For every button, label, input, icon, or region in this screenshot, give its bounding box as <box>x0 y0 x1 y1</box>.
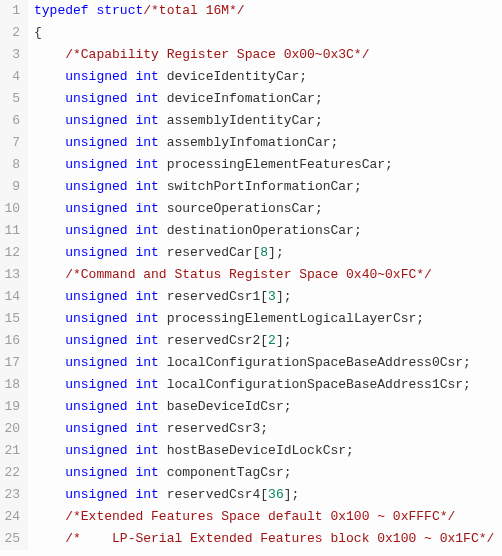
line-content: { <box>28 22 502 44</box>
line-content: unsigned int baseDeviceIdCsr; <box>28 396 502 418</box>
line-number: 5 <box>0 88 28 110</box>
code-listing: 1typedef struct/*total 16M*/2{3 /*Capabi… <box>0 0 502 550</box>
code-line: 9 unsigned int switchPortInformationCar; <box>0 176 502 198</box>
line-content: unsigned int reservedCar[8]; <box>28 242 502 264</box>
keyword: unsigned <box>65 443 127 458</box>
line-number: 6 <box>0 110 28 132</box>
code-text: processingElementFeaturesCar; <box>159 157 393 172</box>
code-text: reservedCsr4[ <box>159 487 268 502</box>
keyword: int <box>135 201 158 216</box>
code-text: switchPortInformationCar; <box>159 179 362 194</box>
code-text <box>34 399 65 414</box>
keyword: int <box>135 69 158 84</box>
line-number: 21 <box>0 440 28 462</box>
keyword: int <box>135 399 158 414</box>
keyword: int <box>135 245 158 260</box>
line-content: typedef struct/*total 16M*/ <box>28 0 502 22</box>
line-number: 14 <box>0 286 28 308</box>
code-line: 21 unsigned int hostBaseDeviceIdLockCsr; <box>0 440 502 462</box>
code-text: { <box>34 25 42 40</box>
code-text: ]; <box>276 289 292 304</box>
code-text: reservedCsr1[ <box>159 289 268 304</box>
line-number: 23 <box>0 484 28 506</box>
line-content: unsigned int reservedCsr1[3]; <box>28 286 502 308</box>
keyword: struct <box>96 3 143 18</box>
keyword: int <box>135 487 158 502</box>
line-content: /* LP-Serial Extended Features block 0x1… <box>28 528 502 550</box>
keyword: int <box>135 223 158 238</box>
code-line: 12 unsigned int reservedCar[8]; <box>0 242 502 264</box>
code-text <box>34 355 65 370</box>
number-literal: 8 <box>260 245 268 260</box>
code-line: 22 unsigned int componentTagCsr; <box>0 462 502 484</box>
code-line: 19 unsigned int baseDeviceIdCsr; <box>0 396 502 418</box>
keyword: unsigned <box>65 421 127 436</box>
line-number: 2 <box>0 22 28 44</box>
keyword: int <box>135 421 158 436</box>
line-content: unsigned int processingElementFeaturesCa… <box>28 154 502 176</box>
keyword: unsigned <box>65 399 127 414</box>
code-text <box>34 421 65 436</box>
line-content: unsigned int processingElementLogicalLay… <box>28 308 502 330</box>
code-line: 15 unsigned int processingElementLogical… <box>0 308 502 330</box>
keyword: int <box>135 465 158 480</box>
code-line: 8 unsigned int processingElementFeatures… <box>0 154 502 176</box>
keyword: typedef <box>34 3 89 18</box>
code-text: ]; <box>284 487 300 502</box>
code-text <box>34 443 65 458</box>
comment: /*Extended Features Space default 0x100 … <box>65 509 455 524</box>
code-line: 1typedef struct/*total 16M*/ <box>0 0 502 22</box>
code-line: 2{ <box>0 22 502 44</box>
line-content: unsigned int destinationOperationsCar; <box>28 220 502 242</box>
code-text: ]; <box>268 245 284 260</box>
code-line: 6 unsigned int assemblyIdentityCar; <box>0 110 502 132</box>
line-content: unsigned int deviceInfomationCar; <box>28 88 502 110</box>
line-number: 19 <box>0 396 28 418</box>
code-text <box>34 113 65 128</box>
keyword: unsigned <box>65 69 127 84</box>
keyword: unsigned <box>65 465 127 480</box>
line-number: 9 <box>0 176 28 198</box>
line-number: 3 <box>0 44 28 66</box>
keyword: int <box>135 443 158 458</box>
keyword: int <box>135 311 158 326</box>
line-number: 11 <box>0 220 28 242</box>
code-line: 11 unsigned int destinationOperationsCar… <box>0 220 502 242</box>
code-line: 7 unsigned int assemblyInfomationCar; <box>0 132 502 154</box>
comment: /*Capability Register Space 0x00~0x3C*/ <box>65 47 369 62</box>
line-content: unsigned int hostBaseDeviceIdLockCsr; <box>28 440 502 462</box>
number-literal: 2 <box>268 333 276 348</box>
keyword: int <box>135 377 158 392</box>
keyword: int <box>135 289 158 304</box>
code-line: 16 unsigned int reservedCsr2[2]; <box>0 330 502 352</box>
code-line: 23 unsigned int reservedCsr4[36]; <box>0 484 502 506</box>
code-text: localConfigurationSpaceBaseAddress0Csr; <box>159 355 471 370</box>
code-text <box>34 69 65 84</box>
keyword: unsigned <box>65 245 127 260</box>
code-text <box>34 223 65 238</box>
code-line: 5 unsigned int deviceInfomationCar; <box>0 88 502 110</box>
line-number: 13 <box>0 264 28 286</box>
code-text <box>34 509 65 524</box>
line-content: unsigned int assemblyInfomationCar; <box>28 132 502 154</box>
line-content: /*Command and Status Register Space 0x40… <box>28 264 502 286</box>
code-line: 4 unsigned int deviceIdentityCar; <box>0 66 502 88</box>
keyword: unsigned <box>65 355 127 370</box>
code-text <box>34 531 65 546</box>
code-line: 18 unsigned int localConfigurationSpaceB… <box>0 374 502 396</box>
line-content: unsigned int assemblyIdentityCar; <box>28 110 502 132</box>
keyword: unsigned <box>65 157 127 172</box>
keyword: unsigned <box>65 135 127 150</box>
code-line: 14 unsigned int reservedCsr1[3]; <box>0 286 502 308</box>
keyword: unsigned <box>65 311 127 326</box>
keyword: unsigned <box>65 179 127 194</box>
comment: /*Command and Status Register Space 0x40… <box>65 267 432 282</box>
code-line: 10 unsigned int sourceOperationsCar; <box>0 198 502 220</box>
code-line: 24 /*Extended Features Space default 0x1… <box>0 506 502 528</box>
keyword: unsigned <box>65 201 127 216</box>
code-text <box>34 267 65 282</box>
comment: /* LP-Serial Extended Features block 0x1… <box>65 531 494 546</box>
code-text: reservedCar[ <box>159 245 260 260</box>
keyword: unsigned <box>65 113 127 128</box>
code-text <box>34 135 65 150</box>
